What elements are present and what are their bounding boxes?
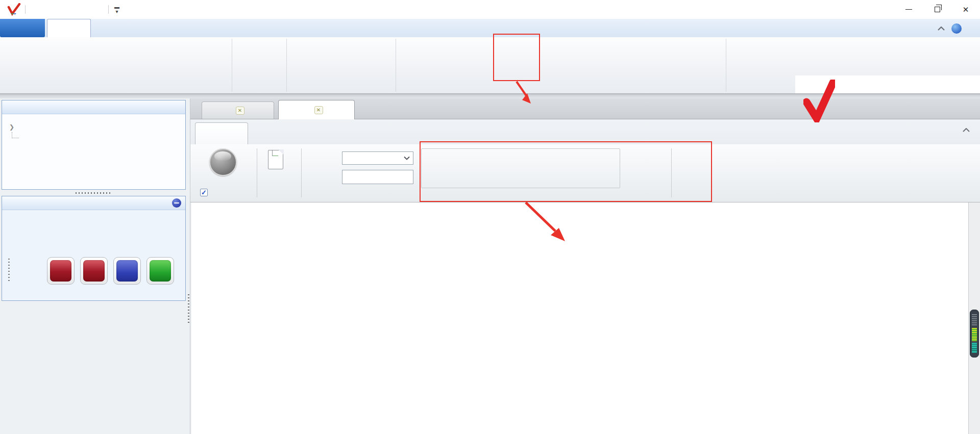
ribbon <box>0 37 980 93</box>
device-power-button[interactable] <box>146 257 174 285</box>
toolbar-separator <box>257 148 257 197</box>
thumb-stripes <box>972 314 977 326</box>
title-bar: ▬▾ ✕ <box>0 0 980 19</box>
checkbox-checked-icon: ✓ <box>200 189 208 196</box>
sub-tab-bar <box>190 119 980 144</box>
avantes-logo <box>807 80 829 122</box>
annotation-arrow-1 <box>505 81 541 107</box>
ribbon-group-sync-mode <box>287 39 396 92</box>
tab-view[interactable] <box>93 19 127 37</box>
simulated-device-header <box>2 196 185 210</box>
thumb-stripes <box>972 328 977 341</box>
chevron-right-icon: ❯ <box>9 123 17 131</box>
ribbon-group-options <box>233 39 287 92</box>
tree-item-messages[interactable] <box>9 133 185 144</box>
bulb-outline-icon <box>50 260 71 282</box>
avasoft-logo-icon <box>7 3 22 16</box>
doc-tab-timeseries-1[interactable]: ✕ <box>278 100 355 119</box>
annotation-box-timeseries <box>493 34 540 81</box>
scrollbar-thumb[interactable] <box>970 310 979 358</box>
chevron-down-icon <box>404 156 410 160</box>
minimize-icon <box>905 9 912 10</box>
tab-home[interactable] <box>47 19 91 37</box>
ribbon-collapse-icon[interactable] <box>936 23 946 34</box>
titlebar-separator <box>25 5 26 14</box>
close-tab-icon[interactable]: ✕ <box>236 107 244 115</box>
avasoft-window: ▬▾ ✕ <box>0 0 980 434</box>
restore-button[interactable] <box>923 0 951 19</box>
tree-branch-icon <box>12 132 19 138</box>
simulated-device-panel <box>2 196 186 301</box>
ribbon-group-applications <box>397 39 726 92</box>
close-button[interactable]: ✕ <box>951 0 980 19</box>
doc-tab-spectrum-1[interactable]: ✕ <box>202 101 274 119</box>
menu-tab-strip <box>0 19 980 37</box>
bulb-icon <box>83 260 105 282</box>
document-tab-bar: ✕ ✕ <box>190 98 980 119</box>
ribbon-group-measurement <box>0 39 232 92</box>
device-reference-button[interactable] <box>80 257 108 285</box>
experiment-information-panel: ❯ <box>2 100 186 190</box>
device-drag-handle[interactable] <box>8 259 10 283</box>
chart-zoom-scrollbar[interactable] <box>968 202 980 434</box>
help-button[interactable] <box>951 23 962 34</box>
collapse-toolbar-icon[interactable] <box>962 126 971 134</box>
close-tab-icon[interactable]: ✕ <box>314 106 323 114</box>
device-buttons <box>47 257 174 285</box>
quick-access-dropdown-icon[interactable]: ▬▾ <box>113 5 120 14</box>
minimize-button[interactable] <box>894 0 923 19</box>
tab-file[interactable] <box>0 19 45 37</box>
tab-function[interactable] <box>195 122 248 144</box>
help-icon <box>951 23 962 34</box>
timeseries-start-button[interactable] <box>209 148 237 176</box>
collapse-panel-button[interactable] <box>172 198 181 208</box>
jac-icon <box>116 260 138 282</box>
avantes-check-icon <box>803 80 835 122</box>
function-combobox[interactable] <box>342 151 413 165</box>
experiment-information-header <box>2 100 185 114</box>
sidebar-horizontal-splitter[interactable] <box>2 191 186 195</box>
thumb-stripes <box>972 343 977 353</box>
new-function-button[interactable] <box>268 150 283 169</box>
sidebar-main-splitter[interactable] <box>188 294 189 324</box>
device-autoconfigure-button[interactable] <box>113 257 141 285</box>
tree-item-name-location[interactable]: ❯ <box>9 121 185 133</box>
window-controls: ✕ <box>894 0 980 19</box>
device-dark-button[interactable] <box>47 257 75 285</box>
experiment-tree: ❯ <box>2 114 185 144</box>
annotation-box-function-type <box>420 141 712 202</box>
titlebar-separator <box>108 5 109 14</box>
device-textbox[interactable] <box>342 170 413 184</box>
tab-graph[interactable] <box>254 122 295 144</box>
restore-icon <box>935 7 940 12</box>
toolbar-separator <box>301 148 302 197</box>
annotation-arrow-2 <box>518 201 574 248</box>
time-series-chart <box>191 202 968 434</box>
follow-main-checkbox[interactable]: ✓ <box>200 189 211 196</box>
power-icon <box>150 260 171 282</box>
